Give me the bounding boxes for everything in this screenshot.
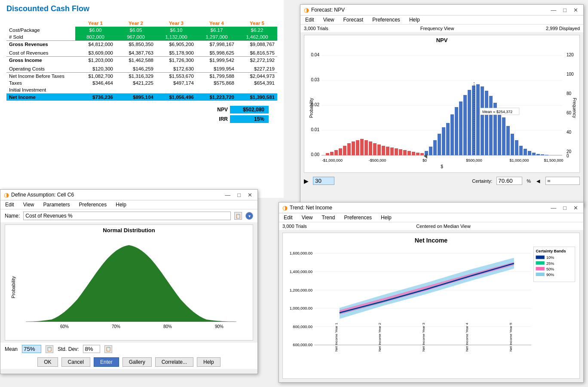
trend-menu-edit[interactable]: Edit bbox=[282, 214, 294, 221]
menu-view[interactable]: View bbox=[322, 16, 336, 23]
svg-text:90%: 90% bbox=[546, 273, 554, 277]
name-input[interactable] bbox=[23, 212, 231, 220]
table-cell: $227,219 bbox=[237, 65, 277, 73]
svg-text:Net Income Year 3: Net Income Year 3 bbox=[422, 322, 426, 351]
table-cell: $6.00 bbox=[75, 27, 116, 34]
trend-menu-help[interactable]: Help bbox=[380, 214, 393, 221]
table-cell: $5,178,900 bbox=[156, 49, 196, 57]
svg-rect-68 bbox=[502, 117, 505, 155]
table-cell: $736,236 bbox=[75, 94, 116, 101]
table-cell bbox=[75, 86, 116, 94]
da-maximize-btn[interactable]: □ bbox=[236, 192, 242, 198]
svg-text:40: 40 bbox=[567, 130, 572, 135]
equals-input[interactable] bbox=[545, 177, 580, 185]
svg-rect-41 bbox=[386, 147, 389, 155]
svg-rect-44 bbox=[399, 149, 402, 155]
correlate-button[interactable]: Correlate... bbox=[155, 357, 193, 367]
svg-text:Mean = $254,372: Mean = $254,372 bbox=[482, 110, 512, 114]
svg-rect-39 bbox=[377, 144, 381, 155]
menu-edit[interactable]: Edit bbox=[304, 16, 315, 23]
svg-rect-47 bbox=[412, 152, 415, 155]
mean-icon-btn[interactable]: 📋 bbox=[46, 345, 53, 353]
svg-text:Certainty Bands: Certainty Bands bbox=[536, 249, 566, 253]
year1-header: Year 1 bbox=[75, 20, 116, 27]
menu-preferences[interactable]: Preferences bbox=[371, 16, 401, 23]
svg-rect-60 bbox=[468, 90, 471, 155]
define-assumption-icon: ◑ bbox=[4, 191, 9, 198]
table-cell: $6.17 bbox=[196, 27, 237, 34]
table-cell: $9,088,767 bbox=[237, 41, 277, 48]
svg-rect-34 bbox=[356, 140, 359, 155]
svg-text:-$1,000,000: -$1,000,000 bbox=[322, 158, 343, 163]
maximize-btn[interactable]: □ bbox=[561, 7, 568, 13]
menu-forecast[interactable]: Forecast bbox=[342, 16, 364, 23]
npv-chart-title: NPV bbox=[304, 35, 579, 43]
da-menu-view[interactable]: View bbox=[22, 201, 36, 208]
mean-stddev-row: Mean 📋 Std. Dev: 📋 bbox=[0, 343, 257, 355]
svg-rect-27 bbox=[326, 153, 329, 155]
table-cell: $6,905,200 bbox=[156, 41, 196, 48]
trend-minimize-btn[interactable]: — bbox=[549, 205, 558, 211]
table-cell: $1,462,588 bbox=[116, 57, 156, 64]
menu-help[interactable]: Help bbox=[408, 16, 421, 23]
svg-rect-57 bbox=[455, 107, 458, 155]
stddev-input[interactable] bbox=[83, 345, 100, 353]
npv-value: $502,080 bbox=[230, 106, 269, 114]
name-icon-btn2[interactable]: ▾ bbox=[245, 212, 253, 220]
trend-menu-preferences[interactable]: Preferences bbox=[343, 214, 373, 221]
da-minimize-btn[interactable]: — bbox=[223, 192, 232, 198]
define-assumption-title: Define Assumption: Cell C6 bbox=[11, 192, 74, 198]
svg-rect-77 bbox=[541, 154, 544, 155]
button-row: OK Cancel Enter Gallery Correlate... Hel… bbox=[0, 355, 257, 369]
trend-menu-trend[interactable]: Trend bbox=[320, 214, 336, 221]
ok-button[interactable]: OK bbox=[37, 357, 58, 367]
svg-rect-64 bbox=[485, 91, 488, 155]
da-close-btn[interactable]: ✕ bbox=[246, 192, 254, 198]
certainty-input[interactable] bbox=[496, 177, 522, 185]
svg-rect-61 bbox=[472, 86, 475, 155]
trend-icon: ◑ bbox=[282, 204, 288, 211]
svg-text:0: 0 bbox=[567, 154, 569, 158]
trend-close-btn[interactable]: ✕ bbox=[572, 205, 580, 211]
cancel-button[interactable]: Cancel bbox=[61, 357, 90, 367]
svg-rect-43 bbox=[395, 148, 398, 155]
table-cell: $654,391 bbox=[237, 80, 277, 86]
svg-text:Net Income: Net Income bbox=[415, 237, 448, 244]
trend-maximize-btn[interactable]: □ bbox=[561, 205, 568, 211]
stddev-icon-btn[interactable]: 📋 bbox=[104, 345, 112, 353]
svg-rect-59 bbox=[463, 95, 467, 155]
mean-input[interactable] bbox=[22, 345, 41, 353]
da-menu-parameters[interactable]: Parameters bbox=[42, 201, 71, 208]
forecast-npv-menubar: Edit View Forecast Preferences Help bbox=[300, 15, 583, 25]
table-cell: $1,726,300 bbox=[156, 57, 196, 64]
da-menu-edit[interactable]: Edit bbox=[4, 201, 15, 208]
blue-input[interactable] bbox=[313, 177, 334, 185]
play-icon[interactable]: ▶ bbox=[304, 178, 309, 184]
da-menu-help[interactable]: Help bbox=[114, 201, 128, 208]
svg-rect-123 bbox=[536, 273, 545, 276]
svg-text:1,400,000.00: 1,400,000.00 bbox=[290, 270, 312, 274]
left-arrow-btn[interactable]: ◄ bbox=[535, 178, 541, 184]
table-cell: $575,868 bbox=[196, 80, 237, 86]
help-button[interactable]: Help bbox=[197, 357, 220, 367]
dcf-title: Discounted Cash Flow bbox=[6, 4, 277, 13]
da-menu-preferences[interactable]: Preferences bbox=[78, 201, 108, 208]
table-cell: $1,553,670 bbox=[156, 73, 196, 80]
forecast-npv-icon: ◑ bbox=[304, 6, 309, 13]
trend-menu-view[interactable]: View bbox=[300, 214, 314, 221]
irr-row: IRR 15% bbox=[206, 115, 269, 123]
table-cell: $1,082,700 bbox=[75, 73, 116, 80]
svg-rect-73 bbox=[524, 149, 527, 155]
minimize-btn[interactable]: — bbox=[549, 7, 558, 13]
table-cell: 1,297,000 bbox=[196, 34, 237, 41]
gallery-button[interactable]: Gallery bbox=[122, 357, 152, 367]
name-icon-btn1[interactable]: 📋 bbox=[234, 212, 242, 220]
svg-rect-32 bbox=[347, 143, 351, 155]
year5-header: Year 5 bbox=[237, 20, 277, 27]
displayed-count: 2,999 Displayed bbox=[546, 26, 580, 31]
irr-value: 15% bbox=[230, 115, 269, 123]
enter-button[interactable]: Enter bbox=[94, 357, 119, 367]
forecast-npv-window: ◑ Forecast: NPV — □ ✕ Edit View Forecast… bbox=[300, 4, 584, 206]
trend-chart-svg: Net Income 1,600,000.00 1,400,000.00 1,2… bbox=[283, 233, 579, 378]
close-btn[interactable]: ✕ bbox=[572, 7, 580, 13]
